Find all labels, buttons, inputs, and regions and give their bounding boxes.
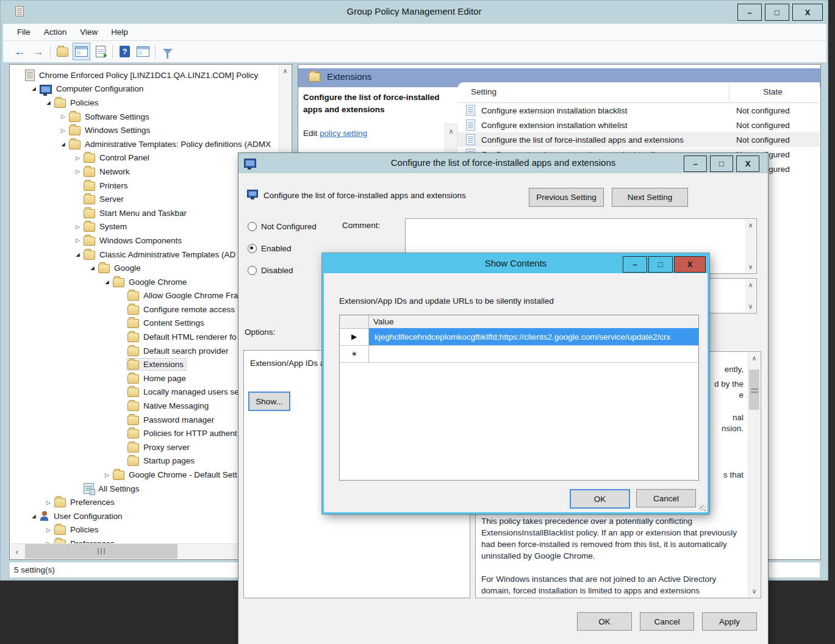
maximize-button[interactable]: □: [765, 4, 789, 21]
menu-help[interactable]: Help: [104, 27, 135, 37]
radio-disabled[interactable]: Disabled: [248, 266, 293, 275]
scroll-up-icon[interactable]: ∧: [748, 352, 760, 364]
help-icon[interactable]: ?: [116, 43, 133, 60]
tree-item-hit[interactable]: Chrome Enforced Policy [LINZ1DC1.QA.LINZ…: [24, 69, 260, 82]
tree-item[interactable]: ◢Policies: [12, 96, 278, 110]
expand-collapsed-icon[interactable]: ▷: [102, 472, 112, 478]
filter-icon[interactable]: [159, 43, 176, 60]
column-separator[interactable]: [729, 84, 729, 101]
tree-item-hit[interactable]: Google Chrome - Default Sett: [112, 469, 240, 481]
expand-expanded-icon[interactable]: ◢: [43, 100, 54, 106]
cancel-button[interactable]: Cancel: [636, 489, 696, 507]
expand-collapsed-icon[interactable]: ▷: [73, 168, 83, 174]
tree-item-hit[interactable]: Control Panel: [83, 152, 152, 163]
column-setting[interactable]: Setting: [471, 87, 496, 96]
apply-button[interactable]: Apply: [702, 612, 757, 631]
expand-collapsed-icon[interactable]: ▷: [43, 499, 54, 506]
tree-item-hit[interactable]: All Settings: [83, 482, 142, 495]
scroll-down-icon[interactable]: ∨: [745, 261, 756, 273]
value-column-header[interactable]: Value: [373, 317, 394, 326]
table-row[interactable]: Configure extension installation blackli…: [457, 103, 820, 118]
radio-button[interactable]: [248, 266, 257, 275]
tree-item-hit[interactable]: System: [83, 221, 129, 232]
cancel-button[interactable]: Cancel: [640, 612, 694, 631]
tree-item-hit[interactable]: Preferences: [54, 496, 117, 508]
tree-item-hit[interactable]: Configure remote access: [127, 304, 237, 315]
menu-file[interactable]: File: [10, 27, 37, 37]
tree-item-hit[interactable]: Start Menu and Taskbar: [83, 207, 189, 219]
tree-item-hit[interactable]: Server: [83, 193, 126, 205]
show-console-tree-icon[interactable]: [54, 43, 71, 60]
value-table-header[interactable]: Value: [340, 315, 698, 329]
tree-item-hit[interactable]: Default HTML renderer fo: [127, 331, 239, 343]
tree-item-hit[interactable]: Extensions: [127, 359, 186, 370]
tree-item-hit[interactable]: Policies: [54, 97, 101, 109]
expand-collapsed-icon[interactable]: ▷: [58, 127, 68, 134]
tree-item[interactable]: ▷Software Settings: [12, 110, 278, 124]
settings-list-header[interactable]: Setting State: [457, 82, 820, 103]
table-row[interactable]: Configure the list of force-installed ap…: [457, 132, 820, 147]
tree-item-hit[interactable]: Google: [98, 262, 143, 274]
tree-item-hit[interactable]: Policies: [54, 524, 101, 535]
maximize-button[interactable]: □: [710, 156, 733, 172]
menu-action[interactable]: Action: [37, 27, 74, 37]
tree-item-hit[interactable]: Proxy server: [127, 442, 192, 453]
tree-item[interactable]: Chrome Enforced Policy [LINZ1DC1.QA.LINZ…: [12, 68, 278, 82]
close-button[interactable]: X: [674, 256, 706, 273]
radio-button[interactable]: [248, 244, 257, 253]
show-button[interactable]: Show...: [248, 392, 290, 411]
scroll-down-icon[interactable]: ∨: [745, 301, 756, 312]
expand-expanded-icon[interactable]: ◢: [29, 513, 39, 519]
minimize-button[interactable]: –: [684, 156, 707, 172]
back-arrow[interactable]: ←: [12, 43, 28, 60]
radio-button[interactable]: [248, 222, 257, 231]
new-window-icon[interactable]: [135, 43, 151, 60]
previous-setting-button[interactable]: Previous Setting: [529, 188, 604, 207]
expand-expanded-icon[interactable]: ◢: [102, 279, 112, 285]
value-row[interactable]: ▶kjeghcllfecehndceplomkocgfbklffd;https:…: [340, 328, 698, 346]
expand-expanded-icon[interactable]: ◢: [58, 141, 68, 147]
help-scrollbar[interactable]: ∧ ∨: [748, 352, 760, 597]
radio-not-configured[interactable]: Not Configured: [248, 222, 317, 231]
tree-item-hit[interactable]: Native Messaging: [127, 400, 211, 412]
tree-item-hit[interactable]: Google Chrome: [112, 276, 189, 288]
maximize-button[interactable]: □: [648, 256, 673, 273]
ok-button[interactable]: OK: [570, 489, 630, 509]
tree-item-hit[interactable]: Home page: [127, 373, 188, 384]
expand-expanded-icon[interactable]: ◢: [87, 265, 98, 271]
tree-item-hit[interactable]: User Configuration: [39, 510, 125, 521]
tree-item-hit[interactable]: Network: [83, 166, 132, 177]
tree-item-hit[interactable]: Printers: [83, 180, 131, 191]
column-state[interactable]: State: [730, 87, 815, 96]
window-titlebar[interactable]: Group Policy Management Editor – □ X: [1, 1, 828, 24]
tree-item[interactable]: ◢Administrative Templates: Policy defini…: [12, 137, 278, 151]
expand-collapsed-icon[interactable]: ▷: [43, 527, 54, 533]
tree-item-hit[interactable]: Computer Configuration: [39, 84, 146, 95]
value-row[interactable]: ∗: [340, 345, 698, 363]
value-cell[interactable]: [369, 345, 698, 362]
scrollbar-thumb[interactable]: [749, 370, 759, 410]
tree-item-hit[interactable]: Policies for HTTP authent: [127, 428, 240, 439]
minimize-button[interactable]: –: [737, 4, 762, 21]
radio-enabled[interactable]: Enabled: [248, 244, 292, 253]
tree-item-hit[interactable]: Password manager: [127, 414, 217, 426]
resize-grip[interactable]: [700, 505, 706, 511]
tree-item-hit[interactable]: Allow Google Chrome Fra: [127, 290, 240, 301]
comment-scrollbar[interactable]: ∧ ∨: [745, 220, 756, 273]
scroll-up-icon[interactable]: ∧: [445, 126, 457, 137]
expand-collapsed-icon[interactable]: ▷: [73, 155, 83, 161]
supported-on-scrollbar[interactable]: ∧ ∨: [745, 279, 756, 312]
next-setting-button[interactable]: Next Setting: [612, 188, 688, 207]
tree-item-hit[interactable]: Default search provider: [127, 345, 231, 357]
dialog-titlebar[interactable]: Configure the list of force-installed ap…: [238, 153, 768, 173]
scrollbar-thumb[interactable]: [25, 544, 177, 559]
scroll-up-icon[interactable]: ∧: [745, 279, 756, 291]
menu-view[interactable]: View: [73, 27, 104, 37]
expand-expanded-icon[interactable]: ◢: [73, 252, 83, 257]
expand-expanded-icon[interactable]: ◢: [29, 86, 39, 91]
dialog-titlebar[interactable]: Show Contents – □ X: [324, 255, 708, 273]
tree-item-hit[interactable]: Preferences: [54, 538, 117, 543]
value-cell[interactable]: kjeghcllfecehndceplomkocgfbklffd;https:/…: [369, 328, 698, 345]
close-button[interactable]: X: [792, 4, 823, 21]
scroll-down-icon[interactable]: ∨: [748, 585, 760, 597]
